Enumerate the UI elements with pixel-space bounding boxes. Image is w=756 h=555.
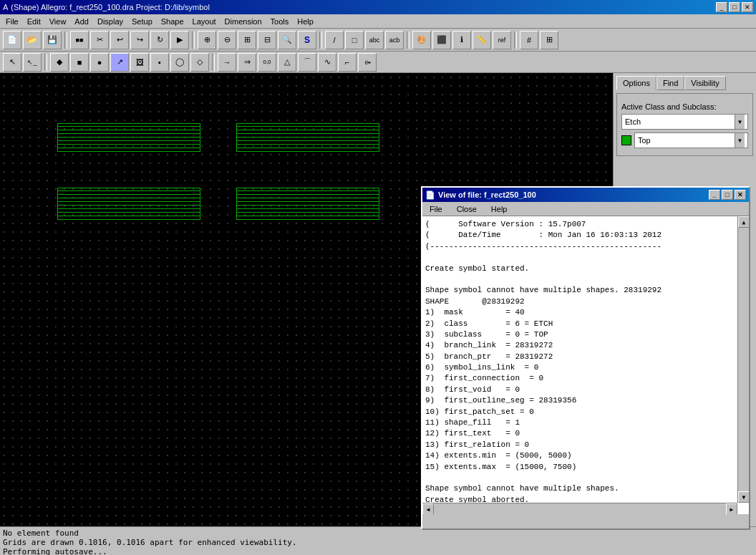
hook-button[interactable]: ⌐ [338, 53, 357, 72]
palette-button[interactable]: ⬛ [432, 31, 451, 49]
image-button[interactable]: 🖼 [130, 53, 149, 72]
dialog-close-button[interactable]: ✕ [735, 190, 746, 200]
ruler-button[interactable]: 📏 [472, 31, 491, 49]
coord-icon: 0,0 [263, 59, 271, 65]
script-button[interactable]: ▶ [170, 31, 189, 49]
text2-button[interactable]: acb [385, 31, 404, 49]
text-button[interactable]: abc [365, 31, 384, 49]
fill-icon: ■ [77, 58, 82, 67]
subclass-dropdown-arrow[interactable]: ▼ [735, 133, 745, 148]
menu-help[interactable]: Help [293, 16, 318, 27]
dialog-menu-file[interactable]: File [425, 203, 447, 215]
snap-button[interactable]: ⊞ [540, 31, 558, 49]
dialog-hscrollbar[interactable]: ◀ ▶ [422, 503, 737, 514]
cut-icon: ✂ [97, 35, 103, 44]
canvas-shape-inner-4 [237, 188, 379, 219]
undo-icon: ↩ [117, 35, 123, 44]
menu-layout[interactable]: Layout [188, 16, 220, 27]
menu-edit[interactable]: Edit [23, 16, 45, 27]
curve-icon: ∿ [324, 57, 331, 67]
open-button[interactable]: 📂 [23, 31, 42, 49]
tab-options[interactable]: Options [616, 76, 656, 90]
zoom-fit-button[interactable]: ⊞ [238, 31, 256, 49]
status-line-2: Grids are drawn 0.1016, 0.1016 apart for… [3, 538, 753, 547]
title-bar: A (Shape) Allegro: f_rect250_100.dra Pro… [0, 0, 756, 14]
pin-icon: ⌲ [364, 59, 371, 66]
shape-button[interactable]: ◆ [50, 53, 69, 72]
rect-button[interactable]: □ [345, 31, 364, 49]
circle-icon: ● [97, 58, 102, 67]
menu-tools[interactable]: Tools [266, 16, 294, 27]
color-button[interactable]: 🎨 [412, 31, 431, 49]
undo-button[interactable]: ↩ [110, 31, 129, 49]
menu-add[interactable]: Add [70, 16, 93, 27]
close-button[interactable]: ✕ [742, 2, 753, 12]
square-button[interactable]: ▪ [150, 53, 169, 72]
dialog-title-text: View of file: f_rect250_100 [438, 190, 536, 199]
maximize-button[interactable]: □ [729, 2, 740, 12]
dialog-text-content: ( Software Version : 15.7p007 ( Date/Tim… [425, 219, 746, 514]
close-icon: ✕ [745, 4, 750, 11]
round-button[interactable]: ◯ [170, 53, 189, 72]
sep-3 [319, 32, 322, 49]
scroll-left-button[interactable]: ◀ [422, 503, 434, 514]
dialog-menu-help[interactable]: Help [487, 203, 512, 215]
scroll-right-button[interactable]: ▶ [726, 503, 737, 514]
scroll-down-button[interactable]: ▼ [738, 491, 749, 503]
ref-button[interactable]: ref [493, 31, 511, 49]
grid-button[interactable]: # [520, 31, 538, 49]
menu-setup[interactable]: Setup [127, 16, 157, 27]
pick-button[interactable]: S [298, 31, 316, 49]
scroll-up-button[interactable]: ▲ [738, 216, 749, 228]
menu-dimension[interactable]: Dimension [220, 16, 266, 27]
curve-button[interactable]: ∿ [318, 53, 336, 72]
cut-button[interactable]: ✂ [90, 31, 109, 49]
select-button[interactable]: ↖ [3, 53, 21, 72]
dialog-menu-close[interactable]: Close [452, 203, 481, 215]
zoom-in-button[interactable]: ⊕ [198, 31, 216, 49]
redo-icon: ↪ [137, 35, 143, 44]
select2-icon: ↖_ [27, 59, 37, 66]
zoom-out-button[interactable]: ⊖ [218, 31, 236, 49]
class-dropdown[interactable]: Etch ▼ [621, 114, 748, 130]
select2-button[interactable]: ↖_ [23, 53, 42, 72]
dialog-vscrollbar[interactable]: ▲ ▼ [737, 216, 749, 503]
pointer-button[interactable]: ↗ [110, 53, 129, 72]
menu-shape[interactable]: Shape [157, 16, 188, 27]
tab-find[interactable]: Find [656, 76, 684, 90]
diamond-button[interactable]: ◇ [190, 53, 209, 72]
square-icon: ▪ [158, 58, 161, 67]
minimize-button[interactable]: _ [716, 2, 727, 12]
menu-display[interactable]: Display [93, 16, 127, 27]
zoom-area-button[interactable]: ⊟ [258, 31, 276, 49]
pin-button[interactable]: ⌲ [358, 53, 377, 72]
maximize-icon: □ [732, 4, 736, 11]
save-icon: 💾 [47, 35, 57, 44]
line-button[interactable]: / [325, 31, 344, 49]
fill-button[interactable]: ■ [70, 53, 89, 72]
sep-2 [192, 32, 195, 49]
arr2-button[interactable]: ⇒ [238, 53, 256, 72]
dialog-minimize-button[interactable]: _ [709, 190, 720, 200]
dialog-maximize-button[interactable]: □ [722, 190, 733, 200]
menu-file[interactable]: File [1, 16, 23, 27]
arc-button[interactable]: ⌒ [298, 53, 316, 72]
class-value: Etch [625, 117, 641, 126]
arr1-button[interactable]: → [218, 53, 236, 72]
redo-button[interactable]: ↪ [130, 31, 149, 49]
zoom-prev-button[interactable]: 🔍 [278, 31, 296, 49]
dialog-content[interactable]: ( Software Version : 15.7p007 ( Date/Tim… [422, 216, 749, 514]
refresh-button[interactable]: ↻ [150, 31, 169, 49]
line-icon: / [333, 36, 335, 44]
new-button[interactable]: 📄 [3, 31, 21, 49]
tab-visibility[interactable]: Visibility [684, 76, 726, 90]
menu-view[interactable]: View [45, 16, 71, 27]
angle-button[interactable]: △ [278, 53, 296, 72]
circle-button[interactable]: ● [90, 53, 109, 72]
info-button[interactable]: ℹ [452, 31, 471, 49]
save-button[interactable]: 💾 [43, 31, 62, 49]
subclass-dropdown[interactable]: Top ▼ [634, 132, 748, 148]
copy-button[interactable]: ■■ [70, 31, 89, 49]
class-dropdown-arrow[interactable]: ▼ [735, 115, 745, 129]
coord-button[interactable]: 0,0 [258, 53, 276, 72]
